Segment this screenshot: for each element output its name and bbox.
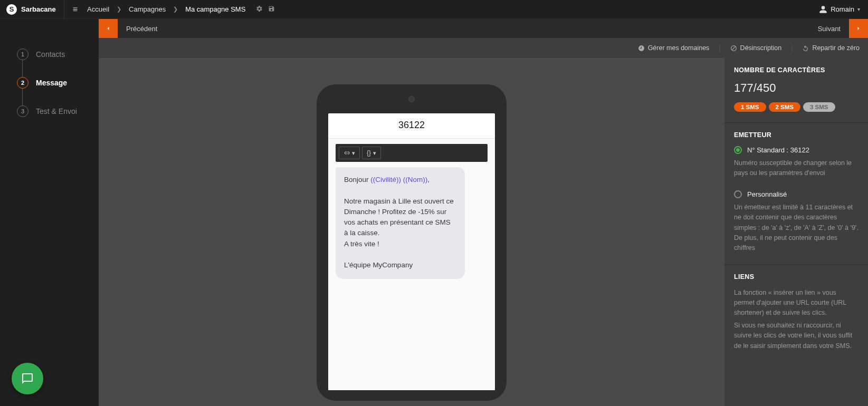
chars-heading: NOMBRE DE CARACTÈRES <box>734 66 859 74</box>
merge-field-nom: ((Nom)) <box>403 176 428 183</box>
prev-label[interactable]: Précédent <box>118 25 157 33</box>
secondary-toolbar: Gérer mes domaines | Désinscription | Re… <box>99 38 868 58</box>
radio-icon <box>734 146 742 154</box>
save-icon[interactable] <box>268 5 275 14</box>
next-label[interactable]: Suivant <box>818 25 849 33</box>
sender-number: 36122 <box>328 120 495 131</box>
breadcrumb-current[interactable]: Ma campagne SMS <box>180 5 251 13</box>
breadcrumb-home[interactable]: Accueil <box>82 5 115 13</box>
user-icon <box>819 5 827 14</box>
reset-link[interactable]: Repartir de zéro <box>802 44 860 52</box>
phone-header: 36122 <box>328 113 495 139</box>
chevron-right-icon <box>855 25 862 32</box>
chevron-down-icon: ▾ <box>352 150 355 157</box>
insert-field-button[interactable]: {} ▾ <box>362 147 381 159</box>
unsubscribe-link[interactable]: Désinscription <box>730 44 782 52</box>
brand-name: Sarbacane <box>21 5 56 13</box>
sms-pill-2: 2 SMS <box>769 102 801 112</box>
step-label: Message <box>36 79 67 87</box>
step-label: Test & Envoi <box>36 107 77 115</box>
breadcrumb: ≡ Accueil ❯ Campagnes ❯ Ma campagne SMS <box>64 0 275 18</box>
phone-camera-icon <box>408 96 415 102</box>
links-help-1: La fonction « insérer un lien » vous per… <box>734 288 859 318</box>
phone-screen: 36122 ▾ {} ▾ Bonjour ((Civilité)) ((Nom)… <box>328 113 495 390</box>
clock-icon <box>638 45 645 52</box>
chat-icon <box>21 372 34 385</box>
chevron-down-icon: ▾ <box>857 6 860 12</box>
user-name: Romain <box>831 5 854 13</box>
chevron-down-icon: ▾ <box>373 150 376 157</box>
radio-icon <box>734 190 742 198</box>
menu-icon[interactable]: ≡ <box>71 5 82 14</box>
settings-panel: NOMBRE DE CARACTÈRES 177/450 1 SMS 2 SMS… <box>724 58 868 406</box>
preview-stage: 36122 ▾ {} ▾ Bonjour ((Civilité)) ((Nom)… <box>99 58 724 406</box>
sms-pill-1: 1 SMS <box>734 102 766 112</box>
step-number: 3 <box>17 105 28 117</box>
chevron-right-icon: ❯ <box>115 6 123 13</box>
step-label: Contacts <box>36 50 65 59</box>
message-toolbar: ▾ {} ▾ <box>336 144 488 162</box>
emitter-section: EMETTEUR N° Standard : 36122 Numéro susc… <box>724 122 868 264</box>
brand-logo[interactable]: S Sarbacane <box>0 0 64 18</box>
emitter-heading: EMETTEUR <box>734 131 859 139</box>
sms-pill-3: 3 SMS <box>803 102 835 112</box>
links-help-2: Si vous ne souhaitez ni raccourcir, ni s… <box>734 321 859 351</box>
links-section: LIENS La fonction « insérer un lien » vo… <box>724 264 868 362</box>
user-menu[interactable]: Romain ▾ <box>811 5 868 14</box>
breadcrumb-campaigns[interactable]: Campagnes <box>123 5 171 13</box>
step-number: 1 <box>17 49 28 60</box>
step-message[interactable]: 2 Message <box>0 69 99 97</box>
chat-fab[interactable] <box>12 363 43 394</box>
chars-section: NOMBRE DE CARACTÈRES 177/450 1 SMS 2 SMS… <box>724 58 868 122</box>
emitter-custom-help: Un émetteur est limité à 11 caractères e… <box>734 202 859 254</box>
logo-icon: S <box>6 4 17 15</box>
chevron-left-icon <box>105 25 111 32</box>
insert-link-button[interactable]: ▾ <box>339 147 360 159</box>
topbar: S Sarbacane ≡ Accueil ❯ Campagnes ❯ Ma c… <box>0 0 868 19</box>
merge-field-civilite: ((Civilité)) <box>370 176 401 183</box>
prev-button[interactable] <box>99 19 118 38</box>
step-number: 2 <box>17 77 28 89</box>
links-heading: LIENS <box>734 273 859 281</box>
step-test-envoi[interactable]: 3 Test & Envoi <box>0 97 99 125</box>
block-icon <box>730 45 737 52</box>
refresh-icon <box>802 45 809 52</box>
emitter-standard-help: Numéro susceptible de changer selon le p… <box>734 158 859 179</box>
gear-icon[interactable] <box>256 5 263 14</box>
steps-sidebar: 1 Contacts 2 Message 3 Test & Envoi <box>0 19 99 406</box>
next-button[interactable] <box>849 19 868 38</box>
emitter-custom-radio[interactable]: Personnalisé <box>734 190 859 198</box>
wizard-nav: Précédent Suivant <box>99 19 868 38</box>
step-contacts[interactable]: 1 Contacts <box>0 40 99 69</box>
chars-count: 177/450 <box>734 81 859 95</box>
emitter-standard-radio[interactable]: N° Standard : 36122 <box>734 146 859 154</box>
chevron-right-icon: ❯ <box>171 6 180 13</box>
sms-message-bubble[interactable]: Bonjour ((Civilité)) ((Nom)), Notre maga… <box>336 167 465 279</box>
manage-domains-link[interactable]: Gérer mes domaines <box>638 44 710 52</box>
phone-mockup: 36122 ▾ {} ▾ Bonjour ((Civilité)) ((Nom)… <box>317 84 507 401</box>
